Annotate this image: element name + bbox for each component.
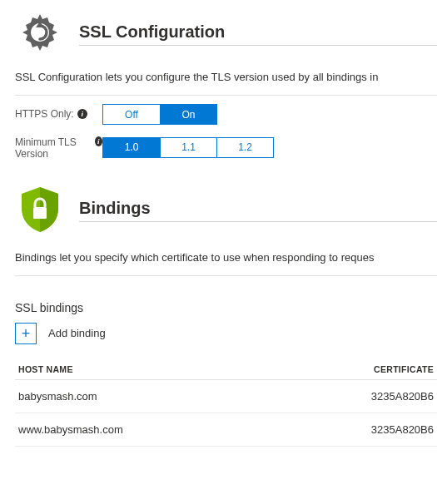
bindings-description: Bindings let you specify which certifica…: [15, 251, 437, 264]
divider: [79, 221, 437, 222]
min-tls-option-1-2[interactable]: 1.2: [216, 138, 273, 157]
https-only-label: HTTPS Only: i: [15, 108, 102, 120]
https-only-toggle: Off On: [102, 104, 217, 125]
add-binding-label[interactable]: Add binding: [48, 327, 106, 339]
min-tls-label: Minimum TLS Version i: [15, 135, 102, 161]
min-tls-option-1-0[interactable]: 1.0: [103, 138, 160, 157]
https-only-off[interactable]: Off: [103, 105, 160, 124]
bindings-title: Bindings: [79, 199, 437, 218]
ssl-bindings-heading: SSL bindings: [15, 301, 437, 314]
cell-cert: 3235A820B6: [371, 423, 434, 436]
cell-host: www.babysmash.com: [18, 423, 371, 436]
divider: [15, 95, 437, 96]
table-header: HOST NAME CERTIFICATE: [15, 359, 437, 380]
svg-rect-1: [33, 207, 47, 219]
col-header-host[interactable]: HOST NAME: [18, 364, 374, 374]
min-tls-toggle: 1.0 1.1 1.2: [102, 137, 274, 158]
shield-lock-icon: [18, 185, 62, 236]
add-binding-row: + Add binding: [15, 323, 437, 344]
ssl-config-title: SSL Configuration: [79, 22, 437, 42]
cell-host: babysmash.com: [18, 390, 371, 403]
divider: [79, 45, 437, 46]
gear-icon: [19, 12, 61, 56]
https-only-row: HTTPS Only: i Off On: [15, 104, 437, 125]
ssl-config-description: SSL Configuration lets you configure the…: [15, 71, 437, 83]
min-tls-option-1-1[interactable]: 1.1: [160, 138, 216, 157]
divider: [15, 275, 437, 276]
plus-icon: +: [22, 326, 31, 341]
ssl-config-header: SSL Configuration: [15, 12, 437, 56]
https-only-on[interactable]: On: [160, 105, 216, 124]
info-icon[interactable]: i: [77, 109, 87, 119]
col-header-cert[interactable]: CERTIFICATE: [374, 364, 434, 374]
info-icon[interactable]: i: [95, 136, 102, 146]
table-row[interactable]: babysmash.com 3235A820B6: [15, 380, 437, 413]
min-tls-row: Minimum TLS Version i 1.0 1.1 1.2: [15, 135, 437, 161]
ssl-bindings-table: HOST NAME CERTIFICATE babysmash.com 3235…: [15, 359, 437, 447]
add-binding-button[interactable]: +: [15, 323, 37, 344]
cell-cert: 3235A820B6: [371, 390, 434, 403]
table-row[interactable]: www.babysmash.com 3235A820B6: [15, 413, 437, 447]
bindings-header: Bindings: [15, 185, 437, 236]
